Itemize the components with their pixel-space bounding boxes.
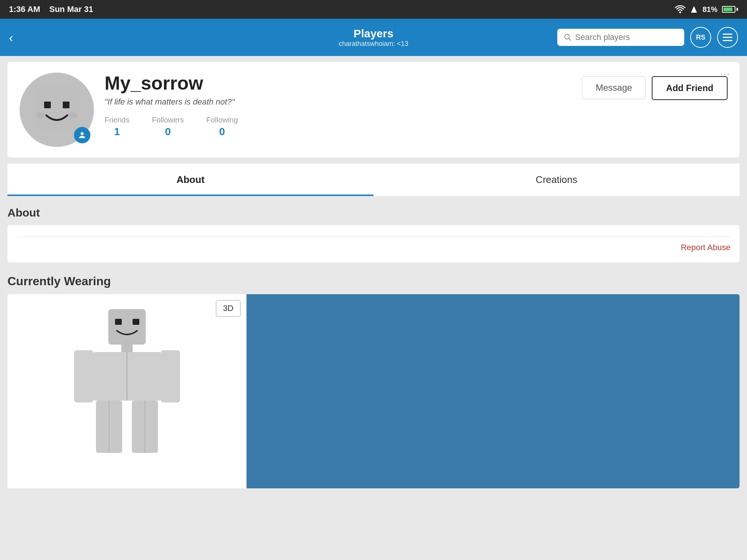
report-abuse-button[interactable]: Report Abuse [16, 243, 731, 252]
svg-rect-15 [133, 319, 139, 325]
about-section-title: About [7, 206, 740, 219]
back-button[interactable]: ‹ [9, 31, 13, 44]
svg-rect-14 [115, 319, 122, 325]
person-icon [78, 131, 87, 140]
time-label: 1:36 AM [9, 4, 40, 14]
stat-friends-value: 1 [105, 126, 130, 138]
svg-line-3 [569, 38, 571, 40]
svg-point-10 [36, 112, 45, 118]
profile-bio: "If life is what matters is death not?" [105, 97, 571, 107]
svg-rect-19 [161, 350, 180, 402]
avatar-wrap [19, 72, 94, 147]
stats-row: Friends 1 Followers 0 Following 0 [105, 116, 571, 138]
profile-username: My_sorrow [105, 72, 571, 94]
more-options-button[interactable]: ··· [720, 69, 731, 79]
stat-friends: Friends 1 [105, 116, 130, 138]
wearing-section: Currently Wearing 3D [7, 274, 740, 488]
svg-rect-4 [723, 34, 732, 35]
content-area: About Report Abuse Currently Wearing 3D [0, 196, 747, 499]
stat-following-value: 0 [206, 126, 238, 138]
battery-percent: 81% [703, 5, 717, 14]
svg-point-12 [81, 132, 84, 135]
svg-rect-9 [63, 102, 69, 108]
top-nav: ‹ Players charathatswhoiam: <13 RS [0, 19, 747, 56]
nav-subtitle: charathatswhoiam: <13 [339, 40, 409, 48]
signal-icon [690, 5, 698, 13]
avatar-badge [74, 127, 90, 143]
tab-creations[interactable]: Creations [374, 164, 740, 196]
roblox-character [60, 305, 194, 477]
nav-title: Players [339, 27, 409, 40]
status-bar: 1:36 AM Sun Mar 31 81% [0, 0, 747, 19]
status-right: 81% [675, 5, 738, 14]
search-box[interactable] [557, 29, 684, 46]
wearing-right-panel [247, 294, 740, 488]
profile-card: My_sorrow "If life is what matters is de… [7, 62, 740, 158]
svg-point-0 [679, 12, 681, 13]
menu-icon-button[interactable] [717, 27, 738, 48]
date-label: Sun Mar 31 [49, 4, 93, 14]
rs-label: RS [696, 34, 705, 41]
about-divider [16, 236, 731, 237]
stat-following: Following 0 [206, 116, 238, 138]
stat-followers: Followers 0 [152, 116, 184, 138]
svg-marker-1 [691, 6, 697, 13]
nav-title-area: Players charathatswhoiam: <13 [339, 27, 409, 48]
svg-rect-16 [121, 345, 133, 352]
btn-3d[interactable]: 3D [216, 300, 241, 317]
stat-friends-label: Friends [105, 116, 130, 124]
svg-rect-6 [723, 40, 732, 41]
tab-about-label: About [176, 174, 204, 185]
svg-rect-8 [44, 102, 51, 108]
profile-info: My_sorrow "If life is what matters is de… [105, 72, 571, 138]
about-box: Report Abuse [7, 225, 740, 262]
search-icon [564, 33, 571, 41]
battery-icon [722, 6, 738, 13]
svg-rect-13 [108, 309, 146, 345]
tabs-bar: About Creations [7, 164, 740, 196]
tab-about[interactable]: About [7, 164, 374, 196]
wifi-icon [675, 5, 685, 13]
stat-following-label: Following [206, 116, 238, 124]
status-time: 1:36 AM Sun Mar 31 [9, 4, 93, 14]
message-button[interactable]: Message [582, 76, 646, 99]
wearing-grid: 3D [7, 294, 740, 488]
add-friend-button[interactable]: Add Friend [652, 76, 728, 100]
tab-creations-label: Creations [536, 174, 577, 185]
svg-rect-5 [723, 37, 732, 38]
wearing-3d-panel: 3D [7, 294, 247, 488]
stat-followers-label: Followers [152, 116, 184, 124]
nav-right: RS [557, 27, 738, 48]
stat-followers-value: 0 [152, 126, 184, 138]
rs-icon-button[interactable]: RS [690, 27, 711, 48]
search-input[interactable] [575, 32, 678, 42]
svg-rect-18 [74, 350, 93, 402]
profile-actions: Message Add Friend [582, 72, 728, 100]
svg-rect-7 [34, 87, 79, 132]
wearing-title: Currently Wearing [7, 274, 740, 288]
hamburger-icon [723, 34, 732, 41]
svg-point-11 [69, 112, 78, 118]
